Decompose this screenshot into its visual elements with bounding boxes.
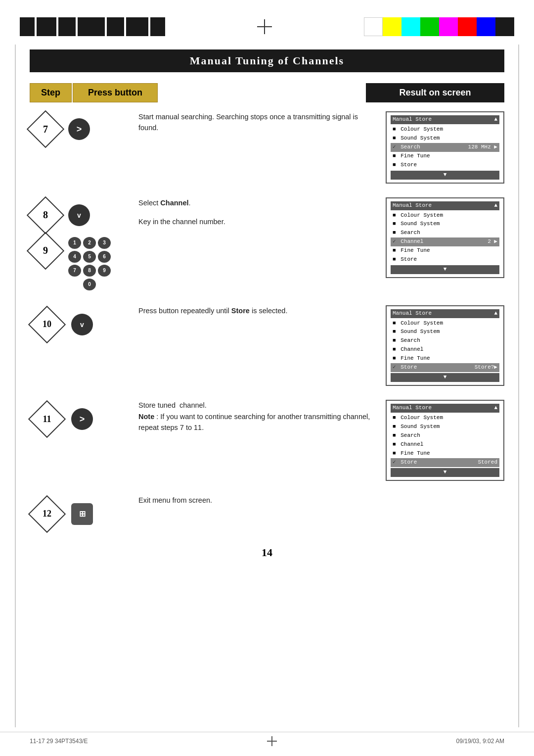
black-bars-left <box>20 17 165 36</box>
step-diamond-8: 8 <box>30 199 61 231</box>
top-decoration <box>0 0 534 45</box>
menu-item-store-11: ✓ StoreStored <box>391 458 499 467</box>
footer-crosshair <box>267 736 277 746</box>
menu-title-8: Manual Store▲ <box>391 201 499 210</box>
menu-item-search-8: ■ Search <box>391 229 499 237</box>
footer-right: 09/19/03, 9:02 AM <box>456 738 504 745</box>
step-desc-12: Exit menu from screen. <box>129 495 386 506</box>
menu-item-channel-8: ✓ Channel2 ▶ <box>391 237 499 246</box>
menu-item-finetune-11: ■ Fine Tune <box>391 449 499 458</box>
substep-9: 9 1 2 3 4 5 6 7 8 9 0 <box>30 235 129 291</box>
numpad-btn-4[interactable]: 4 <box>68 251 81 263</box>
menu-item-colour-7: ■ Colour System <box>391 125 499 134</box>
menu-item-search-7: ✓ Search128 MHz ▶ <box>391 143 499 152</box>
numpad-btn-5[interactable]: 5 <box>83 251 96 263</box>
menu-arrow-10: ▼ <box>391 373 499 382</box>
color-bars-right <box>364 17 514 36</box>
step-number-area-11: 11 > <box>30 400 129 436</box>
menu-item-search-11: ■ Search <box>391 431 499 440</box>
press-button-header: Press button <box>73 83 158 102</box>
page-number: 14 <box>262 546 272 559</box>
step-number-area-10: 10 v <box>30 305 129 342</box>
menu-item-sound-11: ■ Sound System <box>391 423 499 431</box>
step-header: Step <box>30 83 72 102</box>
menu-arrow-7: ▼ <box>391 171 499 180</box>
menu-arrow-8: ▼ <box>391 265 499 274</box>
tv-screen-8: Manual Store▲ ■ Colour System ■ Sound Sy… <box>386 197 504 279</box>
button-forward-11[interactable]: > <box>71 408 93 430</box>
numpad-btn-9[interactable]: 9 <box>98 265 111 277</box>
menu-title-11: Manual Store▲ <box>391 404 499 413</box>
numpad-btn-8[interactable]: 8 <box>83 265 96 277</box>
side-border-right <box>518 45 519 727</box>
side-border-left <box>15 45 16 727</box>
menu-item-finetune-10: ■ Fine Tune <box>391 354 499 363</box>
menu-item-store-8: ■ Store <box>391 255 499 264</box>
tv-screen-7: Manual Store▲ ■ Colour System ■ Sound Sy… <box>386 111 504 184</box>
button-down-8[interactable]: v <box>68 204 90 226</box>
step-diamond-11: 11 <box>30 402 64 436</box>
menu-item-finetune-8: ■ Fine Tune <box>391 246 499 255</box>
menu-item-store-10: ✓ StoreStore?▶ <box>391 363 499 372</box>
menu-item-sound-8: ■ Sound System <box>391 220 499 229</box>
step-desc-9: Key in the channel number. <box>138 216 376 227</box>
step-diamond-9: 9 <box>30 235 61 267</box>
button-menu-12[interactable]: ⊞ <box>71 503 93 525</box>
menu-title-7: Manual Store▲ <box>391 115 499 124</box>
numpad-btn-7[interactable]: 7 <box>68 265 81 277</box>
step-row-8-9: 8 v 9 1 2 3 4 5 6 7 8 9 0 <box>30 197 504 291</box>
step-number-area-12: 12 ⊞ <box>30 495 129 531</box>
numpad-btn-2[interactable]: 2 <box>83 237 96 249</box>
menu-item-colour-11: ■ Colour System <box>391 414 499 423</box>
button-down-10[interactable]: v <box>71 314 93 335</box>
menu-item-colour-8: ■ Colour System <box>391 211 499 220</box>
step-row-12: 12 ⊞ Exit menu from screen. <box>30 495 504 531</box>
step-diamond-7: 7 <box>30 113 61 145</box>
page-number-area: 14 <box>30 546 504 559</box>
page-title: Manual Tuning of Channels <box>40 54 494 67</box>
step-diamond-12: 12 <box>30 497 64 531</box>
tv-screen-11: Manual Store▲ ■ Colour System ■ Sound Sy… <box>386 400 504 481</box>
screen-area-10: Manual Store▲ ■ Colour System ■ Sound Sy… <box>386 305 504 386</box>
numpad-btn-0[interactable]: 0 <box>83 279 96 290</box>
menu-item-channel-10: ■ Channel <box>391 345 499 354</box>
step-row-7: 7 > Start manual searching. Searching st… <box>30 111 504 184</box>
menu-item-colour-10: ■ Colour System <box>391 319 499 328</box>
page-title-box: Manual Tuning of Channels <box>30 49 504 72</box>
step-row-10: 10 v Press button repeatedly until Store… <box>30 305 504 386</box>
menu-title-10: Manual Store▲ <box>391 309 499 318</box>
menu-arrow-11: ▼ <box>391 468 499 477</box>
screen-area-8: Manual Store▲ ■ Colour System ■ Sound Sy… <box>386 197 504 279</box>
step-desc-10: Press button repeatedly until Store is s… <box>129 305 386 316</box>
footer-left: 11-17 29 34PT3543/E <box>30 738 88 745</box>
step-desc-8: Select Channel. <box>138 197 376 208</box>
menu-item-sound-7: ■ Sound System <box>391 134 499 143</box>
footer: 11-17 29 34PT3543/E 09/19/03, 9:02 AM <box>0 732 534 746</box>
tv-screen-10: Manual Store▲ ■ Colour System ■ Sound Sy… <box>386 305 504 386</box>
numpad-9: 1 2 3 4 5 6 7 8 9 0 <box>68 237 112 291</box>
step-diamond-10: 10 <box>30 307 64 342</box>
step-desc-8-9: Select Channel. Key in the channel numbe… <box>129 197 386 228</box>
menu-item-search-10: ■ Search <box>391 336 499 345</box>
button-forward-7[interactable]: > <box>68 118 90 140</box>
menu-item-channel-11: ■ Channel <box>391 440 499 449</box>
substep-8: 8 v <box>30 199 129 231</box>
menu-item-finetune-7: ■ Fine Tune <box>391 152 499 161</box>
crosshair-top-center <box>257 19 272 34</box>
result-header: Result on screen <box>366 83 504 102</box>
numpad-btn-1[interactable]: 1 <box>68 237 81 249</box>
menu-item-sound-10: ■ Sound System <box>391 328 499 336</box>
table-header: Step Press button Result on screen <box>30 83 504 102</box>
step-desc-11: Store tuned channel. Note : If you want … <box>129 400 386 433</box>
screen-area-7: Manual Store▲ ■ Colour System ■ Sound Sy… <box>386 111 504 184</box>
menu-item-store-7: ■ Store <box>391 161 499 170</box>
step-desc-7: Start manual searching. Searching stops … <box>129 111 386 134</box>
numpad-btn-3[interactable]: 3 <box>98 237 111 249</box>
screen-area-11: Manual Store▲ ■ Colour System ■ Sound Sy… <box>386 400 504 481</box>
numpad-btn-6[interactable]: 6 <box>98 251 111 263</box>
step-row-11: 11 > Store tuned channel. Note : If you … <box>30 400 504 481</box>
step-number-area-7: 7 > <box>30 111 129 145</box>
